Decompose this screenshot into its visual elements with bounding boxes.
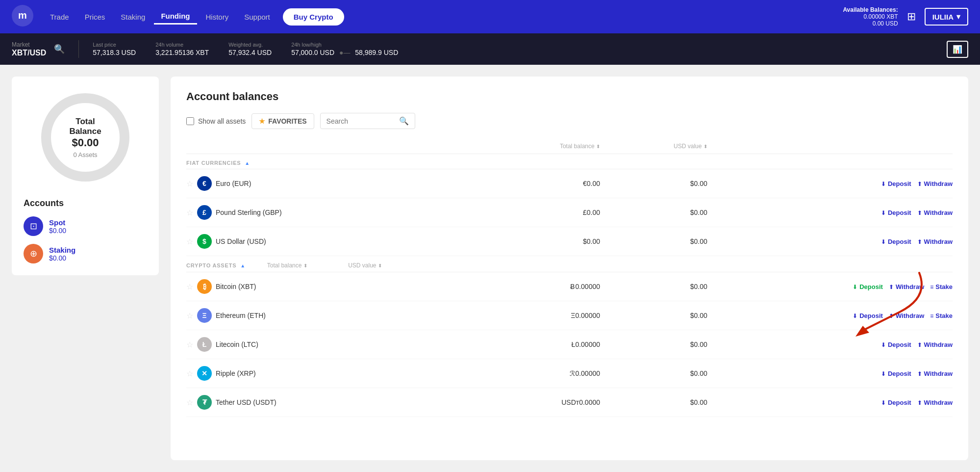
btc-fav-star[interactable]: ☆ bbox=[186, 282, 193, 291]
nav-right: Available Balances: 0.00000 XBT 0.00 USD… bbox=[843, 6, 968, 27]
eth-fav-star[interactable]: ☆ bbox=[186, 311, 193, 320]
show-all-text: Show all assets bbox=[198, 117, 246, 125]
btc-withdraw-icon: ⬆ bbox=[889, 284, 894, 290]
table-row: ☆ $ US Dollar (USD) $0.00 $0.00 ⬇ Deposi… bbox=[186, 227, 953, 256]
ltc-withdraw-button[interactable]: Withdraw bbox=[924, 341, 953, 348]
usdt-name: Tether USD (USDT) bbox=[216, 398, 276, 406]
crypto-sort-icon[interactable]: ▲ bbox=[240, 263, 246, 268]
search-input[interactable] bbox=[327, 117, 395, 125]
weighted-label: Weighted avg. bbox=[228, 42, 272, 48]
main-layout: Total Balance $0.00 0 Assets Accounts ⊡ … bbox=[0, 65, 980, 472]
ltc-deposit-icon: ⬇ bbox=[881, 341, 886, 348]
eur-withdraw-button[interactable]: Withdraw bbox=[924, 180, 953, 187]
xrp-deposit-button[interactable]: Deposit bbox=[888, 370, 911, 377]
nav-trade[interactable]: Trade bbox=[43, 10, 76, 24]
usdt-deposit-button[interactable]: Deposit bbox=[888, 399, 911, 406]
usd-name: US Dollar (USD) bbox=[216, 237, 266, 245]
usdt-withdraw-icon: ⬆ bbox=[917, 399, 922, 406]
eth-withdraw-button[interactable]: Withdraw bbox=[896, 312, 924, 319]
user-menu-button[interactable]: IULIIA ▾ bbox=[925, 8, 968, 26]
eth-stake-icon: ≡ bbox=[930, 313, 933, 319]
volume-value: 3,221.95136 XBT bbox=[155, 49, 209, 56]
fiat-section-row: FIAT CURRENCIES ▲ bbox=[186, 154, 953, 169]
donut-assets: 0 Assets bbox=[61, 151, 110, 158]
gbp-fav-star[interactable]: ☆ bbox=[186, 208, 193, 217]
show-all-checkbox[interactable] bbox=[186, 117, 194, 125]
usd-balance: $0.00 bbox=[462, 227, 600, 256]
eur-fav-star[interactable]: ☆ bbox=[186, 179, 193, 188]
table-header: Total balance ⬍ USD value ⬍ bbox=[186, 139, 953, 154]
gbp-deposit-button[interactable]: Deposit bbox=[888, 209, 911, 216]
gbp-withdraw-icon: ⬆ bbox=[917, 210, 922, 216]
table-row: ☆ ✕ Ripple (XRP) ℛ0.00000 $0.00 ⬇ Deposi… bbox=[186, 359, 953, 388]
eur-currency-cell: ☆ € Euro (EUR) bbox=[186, 169, 462, 198]
grid-icon[interactable]: ⊞ bbox=[907, 10, 916, 23]
buy-crypto-button[interactable]: Buy Crypto bbox=[283, 8, 344, 26]
favorites-label: FAVORITES bbox=[268, 117, 306, 125]
btc-icon: ₿ bbox=[197, 279, 212, 294]
usd-fav-star[interactable]: ☆ bbox=[186, 237, 193, 246]
staking-icon: ⊕ bbox=[24, 244, 43, 263]
eth-balance: Ξ0.00000 bbox=[462, 301, 600, 330]
gbp-usd: $0.00 bbox=[600, 198, 707, 227]
nav-prices[interactable]: Prices bbox=[78, 10, 112, 24]
market-bar: Market XBT/USD 🔍 Last price 57,318.3 USD… bbox=[0, 33, 980, 65]
eur-deposit-icon: ⬇ bbox=[881, 181, 886, 187]
usdt-deposit-icon: ⬇ bbox=[881, 399, 886, 406]
btc-stake-icon: ≡ bbox=[930, 284, 933, 290]
eth-stake-button[interactable]: Stake bbox=[935, 312, 953, 319]
weighted-stat: Weighted avg. 57,932.4 USD bbox=[228, 42, 272, 56]
nav-staking[interactable]: Staking bbox=[114, 10, 152, 24]
usd-deposit-button[interactable]: Deposit bbox=[888, 238, 911, 245]
eth-usd: $0.00 bbox=[600, 301, 707, 330]
account-item-staking[interactable]: ⊕ Staking $0.00 bbox=[24, 244, 147, 263]
crypto-section-row: CRYPTO ASSETS ▲ Total balance ⬍ USD valu… bbox=[186, 256, 953, 272]
usd-currency-cell: ☆ $ US Dollar (USD) bbox=[186, 227, 462, 256]
gbp-withdraw-button[interactable]: Withdraw bbox=[924, 209, 953, 216]
eth-actions: ⬇ Deposit ⬆ Withdraw ≡ Stake bbox=[707, 301, 953, 330]
star-icon: ★ bbox=[259, 117, 265, 125]
ltc-withdraw-icon: ⬆ bbox=[917, 341, 922, 348]
col-usd-header: USD value ⬍ bbox=[600, 139, 707, 154]
show-all-label[interactable]: Show all assets bbox=[186, 117, 246, 125]
xrp-withdraw-button[interactable]: Withdraw bbox=[924, 370, 953, 377]
donut-center: Total Balance $0.00 0 Assets bbox=[61, 117, 110, 158]
usd-balance: 0.00 USD bbox=[843, 20, 898, 27]
xrp-usd: $0.00 bbox=[600, 359, 707, 388]
col-currency-header bbox=[186, 139, 462, 154]
btc-usd: $0.00 bbox=[600, 272, 707, 301]
balances-label: Available Balances: bbox=[843, 6, 898, 13]
xrp-actions: ⬇ Deposit ⬆ Withdraw bbox=[707, 359, 953, 388]
xrp-fav-star[interactable]: ☆ bbox=[186, 369, 193, 378]
btc-stake-button[interactable]: Stake bbox=[935, 283, 953, 290]
account-item-spot[interactable]: ⊡ Spot $0.00 bbox=[24, 216, 147, 236]
eur-icon: € bbox=[197, 176, 212, 191]
donut-amount: $0.00 bbox=[61, 136, 110, 149]
nav-history[interactable]: History bbox=[199, 10, 236, 24]
fiat-section-label: FIAT CURRENCIES bbox=[186, 160, 241, 166]
search-market-icon[interactable]: 🔍 bbox=[54, 44, 65, 54]
usdt-currency-cell: ☆ ₮ Tether USD (USDT) bbox=[186, 388, 462, 417]
chart-button[interactable]: 📊 bbox=[947, 41, 968, 58]
btc-withdraw-button[interactable]: Withdraw bbox=[896, 283, 924, 290]
accounts-section: Accounts ⊡ Spot $0.00 ⊕ Staking $0.00 bbox=[24, 198, 147, 263]
eth-deposit-button[interactable]: Deposit bbox=[859, 312, 883, 319]
low-high-stat: 24h low/high 57,000.0 USD ●— 58,989.9 US… bbox=[291, 42, 398, 56]
table-row: ☆ Ξ Ethereum (ETH) Ξ0.00000 $0.00 ⬇ Depo… bbox=[186, 301, 953, 330]
ltc-fav-star[interactable]: ☆ bbox=[186, 340, 193, 349]
nav-funding[interactable]: Funding bbox=[154, 9, 197, 25]
usdt-usd: $0.00 bbox=[600, 388, 707, 417]
usdt-withdraw-button[interactable]: Withdraw bbox=[924, 399, 953, 406]
eth-name: Ethereum (ETH) bbox=[216, 312, 266, 319]
favorites-button[interactable]: ★ FAVORITES bbox=[251, 113, 314, 129]
nav-support[interactable]: Support bbox=[237, 10, 277, 24]
logo[interactable]: m bbox=[12, 5, 33, 28]
btc-deposit-button[interactable]: Deposit bbox=[859, 283, 883, 290]
ltc-deposit-button[interactable]: Deposit bbox=[888, 341, 911, 348]
usd-withdraw-button[interactable]: Withdraw bbox=[924, 238, 953, 245]
eur-deposit-button[interactable]: Deposit bbox=[888, 180, 911, 187]
fiat-sort-icon[interactable]: ▲ bbox=[245, 160, 250, 166]
eur-balance: €0.00 bbox=[462, 169, 600, 198]
usdt-fav-star[interactable]: ☆ bbox=[186, 398, 193, 407]
panel-title: Account balances bbox=[186, 90, 953, 103]
